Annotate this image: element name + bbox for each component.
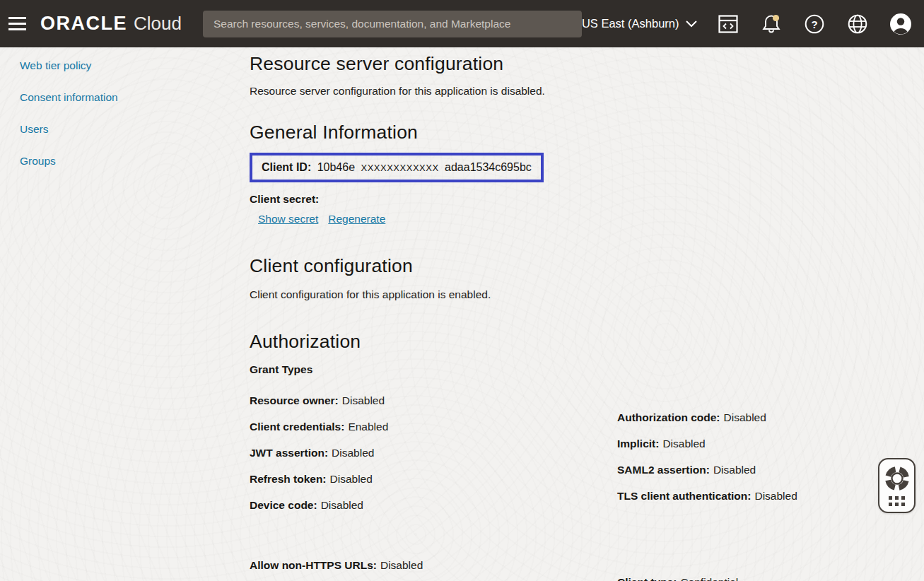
client-id-suffix: adaa1534c695bc [445, 161, 532, 173]
grid-menu-icon[interactable] [889, 496, 905, 506]
client-id-masked: XXXXXXXXXXXX [361, 163, 439, 173]
client-configuration-title: Client configuration [250, 255, 910, 277]
search-input[interactable] [203, 11, 582, 37]
sidebar-item-users[interactable]: Users [20, 123, 250, 136]
sidebar-item-groups[interactable]: Groups [20, 155, 250, 168]
globe-language-icon[interactable] [846, 12, 870, 36]
client-id-highlight-box: Client ID: 10b46e XXXXXXXXXXXX adaa1534c… [250, 153, 544, 182]
client-id-label: Client ID: [262, 161, 311, 173]
regenerate-link[interactable]: Regenerate [328, 213, 385, 225]
field-client-type: Client type:Confidential [617, 576, 738, 581]
client-configuration-description: Client configuration for this applicatio… [250, 288, 910, 301]
field-tls-client-authentication: TLS client authentication:Disabled [617, 490, 797, 503]
field-refresh-token: Refresh token:Disabled [250, 473, 617, 486]
oracle-logo-text: ORACLE [40, 13, 127, 35]
field-implicit: Implicit:Disabled [617, 438, 797, 450]
oracle-cloud-logo: ORACLE Cloud [40, 13, 182, 35]
notification-badge [772, 14, 778, 20]
floating-help-widget [878, 458, 916, 513]
field-saml2-assertion: SAML2 assertion:Disabled [617, 464, 797, 476]
svg-text:?: ? [811, 18, 817, 30]
field-jwt-assertion: JWT assertion:Disabled [250, 447, 617, 459]
field-client-credentials: Client credentials:Enabled [250, 421, 617, 433]
grant-types-label: Grant Types [250, 363, 910, 376]
sidebar-item-consent-information[interactable]: Consent information [20, 91, 250, 104]
main-content: Resource server configuration Resource s… [250, 47, 924, 581]
resource-server-title: Resource server configuration [250, 53, 910, 75]
support-lifebuoy-icon[interactable] [884, 466, 910, 491]
field-resource-owner: Resource owner:Disabled [250, 394, 617, 407]
show-secret-link[interactable]: Show secret [258, 213, 318, 225]
developer-console-icon[interactable] [716, 12, 740, 36]
cloud-logo-text: Cloud [134, 13, 182, 35]
sidebar-item-web-tier-policy[interactable]: Web tier policy [20, 59, 250, 72]
client-id-prefix: 10b46e [317, 161, 355, 173]
chevron-down-icon [686, 20, 697, 28]
sidebar-nav: Web tier policy Consent information User… [0, 47, 250, 581]
field-authorization-code: Authorization code:Disabled [617, 411, 797, 424]
notifications-bell-icon[interactable] [759, 12, 783, 36]
field-allow-non-https-urls: Allow non-HTTPS URLs:Disabled [250, 559, 617, 572]
region-selector[interactable]: US East (Ashburn) [582, 17, 697, 30]
region-label: US East (Ashburn) [582, 17, 679, 30]
client-secret-label: Client secret: [250, 193, 910, 206]
help-icon[interactable]: ? [802, 12, 826, 36]
general-information-title: General Information [250, 122, 910, 143]
authorization-title: Authorization [250, 331, 910, 353]
resource-server-description: Resource server configuration for this a… [250, 85, 910, 98]
hamburger-menu-icon[interactable] [8, 11, 26, 37]
field-device-code: Device code:Disabled [250, 499, 617, 512]
top-bar: ORACLE Cloud US East (Ashburn) [0, 0, 924, 47]
user-avatar[interactable] [889, 12, 913, 36]
